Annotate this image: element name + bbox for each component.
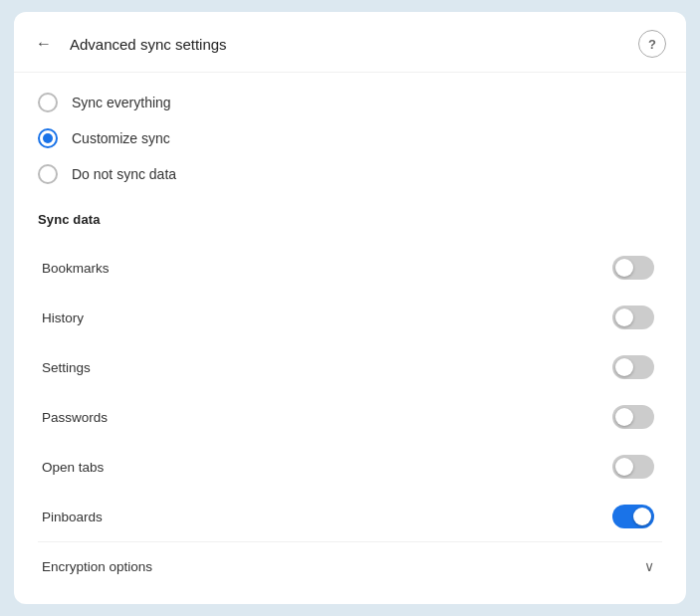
back-icon: ←: [36, 35, 52, 53]
toggle-row-bookmarks: Bookmarks: [38, 243, 662, 293]
help-icon: ?: [648, 37, 656, 52]
toggle-pinboards[interactable]: [612, 505, 654, 528]
help-button[interactable]: ?: [638, 30, 666, 58]
radio-circle-customize-sync: [38, 128, 58, 148]
page-title: Advanced sync settings: [70, 36, 227, 53]
toggle-bookmarks[interactable]: [612, 256, 654, 280]
content-area: Sync everything Customize sync Do not sy…: [14, 73, 686, 604]
radio-label-do-not-sync: Do not sync data: [72, 166, 176, 182]
radio-item-sync-everything[interactable]: Sync everything: [38, 93, 662, 112]
toggle-label-bookmarks: Bookmarks: [42, 261, 110, 276]
radio-item-customize-sync[interactable]: Customize sync: [38, 128, 662, 148]
sync-mode-radio-group: Sync everything Customize sync Do not sy…: [38, 93, 662, 184]
header-left: ← Advanced sync settings: [30, 30, 227, 58]
toggle-label-history: History: [42, 310, 84, 325]
toggle-row-passwords: Passwords: [38, 392, 662, 442]
toggle-row-history: History: [38, 293, 662, 342]
radio-circle-sync-everything: [38, 93, 58, 112]
toggle-row-pinboards: Pinboards: [38, 492, 662, 541]
settings-card: ← Advanced sync settings ? Sync everythi…: [14, 12, 686, 604]
toggle-label-passwords: Passwords: [42, 410, 108, 425]
radio-item-do-not-sync[interactable]: Do not sync data: [38, 164, 662, 184]
toggle-label-open-tabs: Open tabs: [42, 460, 104, 475]
chevron-down-icon: ∨: [644, 558, 654, 574]
radio-label-customize-sync: Customize sync: [72, 130, 170, 146]
toggle-row-settings: Settings: [38, 342, 662, 392]
encryption-options-row[interactable]: Encryption options ∨: [38, 541, 662, 586]
toggle-settings[interactable]: [612, 355, 654, 379]
toggle-row-open-tabs: Open tabs: [38, 442, 662, 492]
back-button[interactable]: ←: [30, 30, 58, 58]
radio-label-sync-everything: Sync everything: [72, 95, 171, 110]
sync-data-section-title: Sync data: [38, 212, 662, 227]
toggle-passwords[interactable]: [612, 405, 654, 429]
toggle-list: Bookmarks History Settings Passwords Ope…: [38, 243, 662, 541]
encryption-options-label: Encryption options: [42, 559, 152, 574]
toggle-open-tabs[interactable]: [612, 455, 654, 479]
toggle-label-settings: Settings: [42, 360, 91, 375]
toggle-history[interactable]: [612, 306, 654, 329]
header: ← Advanced sync settings ?: [14, 12, 686, 73]
toggle-label-pinboards: Pinboards: [42, 510, 103, 524]
radio-circle-do-not-sync: [38, 164, 58, 184]
